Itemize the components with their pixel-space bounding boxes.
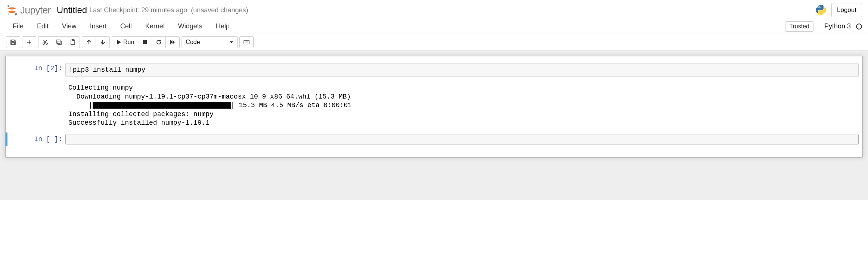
output-line: Successfully installed numpy-1.19.1 <box>68 119 210 127</box>
save-icon <box>10 39 16 45</box>
fast-forward-icon <box>170 39 176 45</box>
restart-button[interactable] <box>152 36 166 48</box>
svg-rect-5 <box>57 40 60 43</box>
menu-insert[interactable]: Insert <box>83 19 114 33</box>
code-input[interactable] <box>65 134 859 144</box>
logout-button[interactable]: Logout <box>831 3 862 17</box>
plus-icon <box>26 39 32 45</box>
move-up-button[interactable] <box>82 36 96 48</box>
svg-point-1 <box>15 13 17 15</box>
arrow-down-icon <box>100 39 106 45</box>
code-cell[interactable]: In [ ]: <box>6 133 862 146</box>
shell-prefix: ! <box>69 66 73 74</box>
checkpoint-status: Last Checkpoint: 29 minutes ago <box>89 6 187 14</box>
copy-button[interactable] <box>52 36 66 48</box>
copy-icon <box>56 39 62 45</box>
svg-point-2 <box>7 13 9 15</box>
input-prompt: In [ ]: <box>9 134 65 144</box>
jupyter-logo[interactable]: Jupyter <box>6 4 51 16</box>
svg-rect-9 <box>143 40 147 44</box>
menu-file[interactable]: File <box>6 19 30 33</box>
menu-cell[interactable]: Cell <box>114 19 139 33</box>
cut-button[interactable] <box>38 36 52 48</box>
menubar: File Edit View Insert Cell Kernel Widget… <box>0 19 868 34</box>
progress-bar <box>93 102 231 109</box>
command-palette-button[interactable] <box>239 36 254 48</box>
unsaved-status: (unsaved changes) <box>191 6 248 14</box>
cut-icon <box>42 39 48 45</box>
kernel-name[interactable]: Python 3 <box>824 22 851 30</box>
run-button[interactable]: Run <box>112 36 138 48</box>
arrow-up-icon <box>86 39 92 45</box>
output-line: Collecting numpy <box>68 84 133 91</box>
output-cell: Collecting numpy Downloading numpy-1.19.… <box>6 81 862 130</box>
output-line: | <box>68 102 93 109</box>
move-down-button[interactable] <box>96 36 110 48</box>
notebook-title[interactable]: Untitled <box>57 5 87 15</box>
celltype-dropdown[interactable]: Code <box>182 36 238 48</box>
toolbar: Run Code <box>0 34 868 51</box>
notebook-container: In [2]: !pip3 install numpy Collecting n… <box>5 56 863 158</box>
keyboard-icon <box>244 39 249 45</box>
code-input[interactable]: !pip3 install numpy <box>65 63 859 77</box>
menu-edit[interactable]: Edit <box>30 19 55 33</box>
output-line: Downloading numpy-1.19.1-cp37-cp37m-maco… <box>68 93 351 100</box>
run-label: Run <box>123 39 134 46</box>
paste-button[interactable] <box>66 36 80 48</box>
menu-help[interactable]: Help <box>209 19 236 33</box>
output-line: | 15.3 MB 4.5 MB/s eta 0:00:01 <box>231 102 352 109</box>
restart-run-all-button[interactable] <box>165 36 180 48</box>
output-line: Installing collected packages: numpy <box>68 110 214 118</box>
paste-icon <box>70 39 76 45</box>
code-cell[interactable]: In [2]: !pip3 install numpy <box>6 62 862 78</box>
play-icon <box>116 39 122 45</box>
cell-output: Collecting numpy Downloading numpy-1.19.… <box>65 82 859 129</box>
add-cell-button[interactable] <box>22 36 36 48</box>
separator <box>819 22 819 31</box>
trusted-indicator[interactable]: Trusted <box>785 21 813 32</box>
svg-point-0 <box>7 5 9 7</box>
code-text: pip3 install numpy <box>73 66 145 74</box>
input-prompt: In [2]: <box>9 63 65 77</box>
menu-widgets[interactable]: Widgets <box>171 19 209 33</box>
restart-icon <box>156 39 162 45</box>
menu-view[interactable]: View <box>55 19 83 33</box>
header: Jupyter Untitled Last Checkpoint: 29 min… <box>0 0 868 19</box>
stop-icon <box>142 39 148 45</box>
python-icon <box>815 4 827 16</box>
svg-point-4 <box>46 43 47 44</box>
menu-kernel[interactable]: Kernel <box>139 19 171 33</box>
save-button[interactable] <box>6 36 20 48</box>
interrupt-button[interactable] <box>138 36 152 48</box>
kernel-status-icon <box>856 24 862 29</box>
output-prompt <box>9 82 65 129</box>
svg-rect-6 <box>58 41 61 44</box>
jupyter-logo-text: Jupyter <box>20 4 51 16</box>
jupyter-icon <box>6 4 18 16</box>
svg-point-3 <box>43 43 44 44</box>
notebook-area: In [2]: !pip3 install numpy Collecting n… <box>0 51 868 200</box>
celltype-value: Code <box>186 39 200 46</box>
